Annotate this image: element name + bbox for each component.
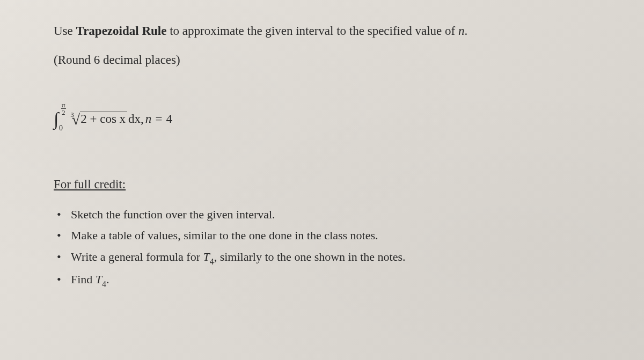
int-upper-limit: π 2 (61, 101, 66, 116)
list-item: Find T4. (54, 269, 596, 291)
intro-suffix: . (464, 24, 467, 38)
list-item: Write a general formula for T4, similarl… (54, 247, 596, 268)
radical-symbol: √ (72, 111, 80, 128)
list-item: Make a table of values, similar to the o… (54, 225, 596, 245)
dx: dx, (128, 112, 144, 126)
int-upper-den: 2 (61, 109, 66, 116)
radicand: 2 + cos x (80, 112, 127, 126)
intro-middle: to approximate the given interval to the… (166, 24, 458, 38)
bullet-text-post: . (106, 273, 109, 286)
credit-header: For full credit: (54, 178, 596, 192)
bullet-text-pre: Write a general formula for (71, 250, 203, 263)
integral-expression: ∫ π 2 0 3 √ 2 + cos x dx, n = 4 (54, 109, 596, 129)
intro-var: n (458, 24, 465, 38)
int-lower-limit: 0 (59, 124, 63, 133)
math-sub: 4 (102, 280, 106, 289)
intro-prefix: Use (54, 24, 76, 38)
cube-root: 3 √ 2 + cos x (70, 111, 127, 128)
bullet-text: Sketch the function over the given inter… (71, 208, 275, 221)
n-equals: n = 4 (145, 112, 172, 126)
int-upper-num: π (61, 101, 66, 109)
math-sub: 4 (210, 257, 214, 266)
intro-text: Use Trapezoidal Rule to approximate the … (54, 21, 596, 41)
math-t: T (96, 273, 102, 286)
round-note: (Round 6 decimal places) (54, 53, 596, 67)
list-item: Sketch the function over the given inter… (54, 204, 596, 224)
bullet-text-post: , similarly to the one shown in the note… (214, 250, 406, 263)
int-glyph: ∫ (54, 109, 58, 129)
n-label: n = (145, 112, 166, 126)
intro-bold: Trapezoidal Rule (76, 24, 167, 38)
integral-symbol: ∫ π 2 0 (54, 109, 58, 129)
bullet-text: Make a table of values, similar to the o… (71, 229, 378, 242)
math-t: T (203, 250, 210, 263)
bullet-text-pre: Find (71, 273, 96, 286)
bullet-list: Sketch the function over the given inter… (54, 204, 596, 291)
n-value-num: 4 (166, 112, 172, 126)
